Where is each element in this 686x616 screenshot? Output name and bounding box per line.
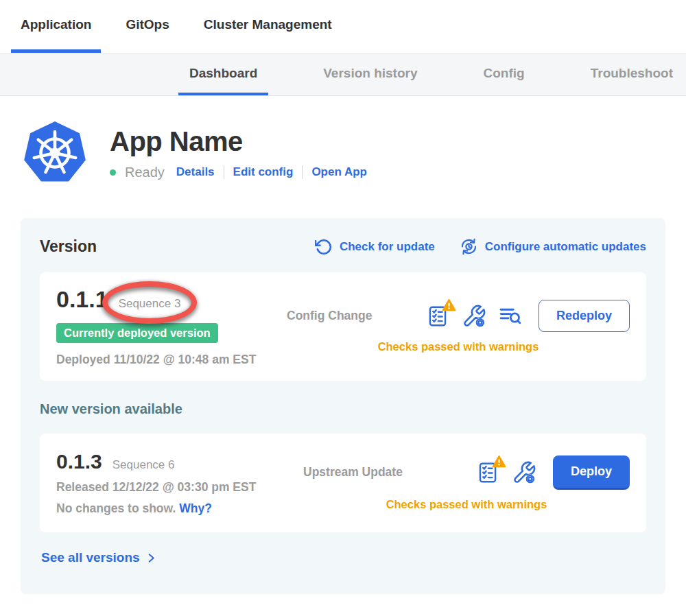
available-version-number: 0.1.3 bbox=[56, 450, 102, 473]
currently-deployed-badge: Currently deployed version bbox=[56, 323, 218, 343]
no-changes-line: No changes to show. Why? bbox=[56, 501, 303, 516]
status-badge: Ready bbox=[125, 165, 165, 180]
tab-gitops[interactable]: GitOps bbox=[116, 0, 178, 53]
top-navigation: Application GitOps Cluster Management bbox=[0, 0, 686, 54]
status-dot-icon bbox=[110, 169, 116, 176]
deployed-timestamp: Deployed 11/10/22 @ 10:48 am EST bbox=[56, 353, 287, 367]
version-source-label: Config Change bbox=[287, 309, 372, 323]
current-version-number: 0.1.1 bbox=[56, 286, 108, 313]
subtab-version-history[interactable]: Version history bbox=[312, 54, 428, 95]
app-header: App Name Ready Details Edit config Open … bbox=[21, 119, 686, 187]
current-version-sequence: Sequence 3 bbox=[119, 297, 181, 311]
edit-config-link[interactable]: Edit config bbox=[233, 165, 294, 179]
chevron-right-icon bbox=[145, 552, 157, 564]
subtab-dashboard[interactable]: Dashboard bbox=[178, 54, 268, 95]
tab-cluster-management[interactable]: Cluster Management bbox=[194, 0, 342, 53]
version-panel: Version Check for update Configure bbox=[21, 218, 665, 594]
scheduled-update-icon bbox=[460, 237, 478, 256]
checks-status-text: Checks passed with warnings bbox=[287, 340, 630, 353]
edit-config-wrench-icon[interactable] bbox=[462, 304, 486, 329]
page-title: App Name bbox=[110, 126, 367, 157]
subtab-config[interactable]: Config bbox=[473, 54, 536, 95]
check-for-update-label: Check for update bbox=[340, 240, 435, 254]
open-app-link[interactable]: Open App bbox=[311, 165, 367, 179]
configure-automatic-updates-label: Configure automatic updates bbox=[485, 240, 646, 254]
see-all-versions-link[interactable]: See all versions bbox=[40, 550, 646, 565]
released-timestamp: Released 12/12/22 @ 03:30 pm EST bbox=[56, 480, 303, 495]
new-version-available-heading: New version available bbox=[40, 401, 646, 417]
version-source-label: Upstream Update bbox=[303, 465, 403, 479]
refresh-icon bbox=[315, 238, 333, 256]
version-heading: Version bbox=[40, 237, 97, 256]
details-link[interactable]: Details bbox=[176, 165, 215, 179]
preflight-checks-icon[interactable] bbox=[476, 461, 499, 484]
available-version-card: 0.1.3 Sequence 6 Released 12/12/22 @ 03:… bbox=[40, 434, 646, 532]
warning-triangle-icon bbox=[492, 455, 506, 468]
edit-config-wrench-icon[interactable] bbox=[512, 460, 536, 485]
view-diff-icon[interactable] bbox=[499, 305, 522, 327]
preflight-checks-icon[interactable] bbox=[426, 305, 449, 328]
checks-status-text: Checks passed with warnings bbox=[303, 498, 630, 511]
deploy-button[interactable]: Deploy bbox=[553, 455, 630, 490]
configure-automatic-updates-button[interactable]: Configure automatic updates bbox=[460, 237, 646, 256]
redeploy-button[interactable]: Redeploy bbox=[539, 300, 630, 332]
see-all-versions-label: See all versions bbox=[41, 550, 140, 565]
kubernetes-logo-icon bbox=[21, 119, 89, 187]
why-link[interactable]: Why? bbox=[179, 501, 212, 515]
divider bbox=[302, 165, 303, 179]
tab-application[interactable]: Application bbox=[11, 0, 101, 53]
app-sub-navigation: Dashboard Version history Config Trouble… bbox=[0, 54, 686, 96]
warning-triangle-icon bbox=[442, 298, 456, 311]
available-version-sequence: Sequence 6 bbox=[113, 458, 175, 472]
check-for-update-button[interactable]: Check for update bbox=[315, 238, 435, 256]
subtab-troubleshoot[interactable]: Troubleshoot bbox=[580, 54, 684, 95]
current-version-card: 0.1.1 Sequence 3 Currently deployed vers… bbox=[40, 272, 646, 381]
divider bbox=[224, 165, 224, 179]
